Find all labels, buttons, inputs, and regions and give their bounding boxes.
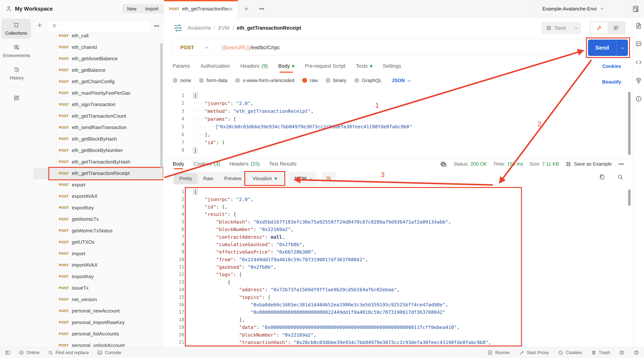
sidebar-request-importKey[interactable]: POSTimportKey bbox=[33, 271, 163, 283]
help-icon[interactable] bbox=[634, 350, 639, 356]
sidebar-request-eth_getAssetBalance[interactable]: POSTeth_getAssetBalance bbox=[33, 53, 163, 64]
sidebar-request-issueTx[interactable]: POSTissueTx bbox=[33, 282, 163, 294]
sidebar-options-icon[interactable] bbox=[154, 23, 160, 29]
tab-options-icon[interactable] bbox=[258, 5, 266, 12]
request-tab-tests[interactable]: Tests bbox=[356, 59, 372, 73]
sidebar-request-exportAVAX[interactable]: POSTexportAVAX bbox=[33, 190, 163, 202]
send-button[interactable]: Send bbox=[588, 39, 628, 56]
sidebar-item-history[interactable]: History bbox=[0, 66, 33, 81]
sidebar-request-eth_chainId[interactable]: POSTeth_chainId bbox=[33, 42, 163, 53]
sidebar-request-personal_importRawKey[interactable]: POSTpersonal_importRawKey bbox=[33, 317, 163, 328]
sidebar-request-personal_unlockAccount[interactable]: POSTpersonal_unlockAccount bbox=[33, 340, 163, 347]
environment-selector[interactable]: Example-Avalanche-Environme bbox=[542, 6, 596, 12]
console-button[interactable]: Console bbox=[97, 350, 121, 356]
sidebar-request-eth_getBlockByHash[interactable]: POSTeth_getBlockByHash bbox=[33, 133, 163, 145]
workspace-title[interactable]: My Workspace bbox=[15, 6, 53, 12]
edit-mode-button[interactable] bbox=[591, 22, 608, 33]
add-request-icon[interactable] bbox=[36, 22, 43, 28]
body-mode-raw[interactable]: raw bbox=[302, 78, 318, 83]
import-button[interactable]: Import bbox=[140, 4, 163, 13]
response-editor-scrollbar[interactable] bbox=[628, 189, 630, 206]
breadcrumb[interactable]: Avalanche/EVM/eth_getTransactionReceipt bbox=[188, 25, 301, 31]
start-proxy-button[interactable]: Start Proxy bbox=[519, 350, 549, 356]
response-tab-body[interactable]: Body bbox=[173, 159, 184, 169]
request-tab-params[interactable]: Params bbox=[173, 59, 190, 73]
response-options-icon[interactable] bbox=[618, 161, 624, 167]
response-body-editor[interactable]: 1{2"jsonrpc": "2.0",3"id": 1,4"result": … bbox=[163, 187, 633, 347]
request-tab-body[interactable]: Body bbox=[278, 59, 294, 73]
cookies-button[interactable]: Cookies bbox=[558, 350, 582, 356]
sidebar-request-getAtomicTx[interactable]: POSTgetAtomicTx bbox=[33, 213, 163, 225]
comments-icon[interactable] bbox=[635, 40, 642, 48]
sidebar-scrollbar[interactable] bbox=[160, 43, 162, 168]
add-blocks-icon[interactable] bbox=[0, 95, 33, 101]
search-icon[interactable] bbox=[617, 174, 624, 180]
request-body-editor[interactable]: 1{2····"jsonrpc": "2.0",3····"method": "… bbox=[163, 89, 633, 159]
info-icon[interactable] bbox=[635, 95, 642, 103]
sidebar-request-eth_getTransactionCount[interactable]: POSTeth_getTransactionCount bbox=[33, 110, 163, 122]
save-as-example-button[interactable]: Save as Example bbox=[566, 161, 612, 167]
copy-icon[interactable] bbox=[598, 174, 606, 180]
toggle-sidebar-icon[interactable] bbox=[5, 350, 10, 356]
add-tab-button[interactable] bbox=[243, 5, 250, 12]
sidebar-request-eth_getBlockByNumber[interactable]: POSTeth_getBlockByNumber bbox=[33, 145, 163, 156]
response-view-pretty[interactable]: Pretty bbox=[174, 173, 198, 184]
url-input[interactable]: {{baseURL}}/ext/bc/C/rpc bbox=[222, 45, 280, 50]
body-mode-none[interactable]: none bbox=[173, 78, 191, 83]
request-tab-headers[interactable]: Headers(9) bbox=[240, 59, 268, 73]
body-mode-graphql[interactable]: GraphQL bbox=[354, 78, 382, 83]
sidebar-request-eth_getTransactionReceipt[interactable]: POSTeth_getTransactionReceipt bbox=[33, 168, 163, 179]
response-tab-test-results[interactable]: Test Results bbox=[269, 159, 296, 169]
sidebar-request-eth_getBalance[interactable]: POSTeth_getBalance bbox=[33, 64, 163, 76]
find-and-replace[interactable]: Find and replace bbox=[48, 350, 89, 356]
send-options-button[interactable] bbox=[616, 39, 628, 56]
code-icon[interactable] bbox=[635, 59, 642, 66]
save-button[interactable]: Save bbox=[541, 25, 570, 31]
body-mode-binary[interactable]: binary bbox=[326, 78, 346, 83]
body-mode-form-data[interactable]: form-data bbox=[199, 78, 227, 83]
sidebar-request-export[interactable]: POSTexport bbox=[33, 179, 163, 191]
response-tab-cookies[interactable]: Cookies(3) bbox=[194, 159, 220, 169]
body-mode-x-www-form-urlencoded[interactable]: x-www-form-urlencoded bbox=[235, 78, 294, 83]
comment-mode-button[interactable] bbox=[608, 22, 624, 33]
environment-quick-look-icon[interactable] bbox=[632, 5, 640, 13]
sidebar-item-environments[interactable]: Environments bbox=[0, 44, 33, 58]
connection-status[interactable]: Online bbox=[19, 350, 40, 356]
sidebar-request-net_version[interactable]: POSTnet_version bbox=[33, 294, 163, 305]
response-view-raw[interactable]: Raw bbox=[198, 173, 218, 184]
request-editor-scrollbar[interactable] bbox=[628, 92, 630, 155]
sidebar-request-eth_call[interactable]: POSTeth_call bbox=[33, 30, 163, 42]
sidebar-request-eth_sendRawTransaction[interactable]: POSTeth_sendRawTransaction bbox=[33, 122, 163, 133]
response-view-preview[interactable]: Preview bbox=[218, 173, 247, 184]
breadcrumb-segment[interactable]: eth_getTransactionReceipt bbox=[237, 25, 301, 31]
request-tab-pre-request-script[interactable]: Pre-request Script bbox=[305, 59, 346, 73]
breadcrumb-segment[interactable]: Avalanche bbox=[188, 25, 211, 31]
sidebar-request-personal_newAccount[interactable]: POSTpersonal_newAccount bbox=[33, 305, 163, 317]
sidebar-request-eth_getChainConfig[interactable]: POSTeth_getChainConfig bbox=[33, 76, 163, 87]
response-format-select[interactable]: JSON bbox=[288, 172, 316, 185]
trash-button[interactable]: Trash bbox=[591, 350, 610, 356]
sidebar-request-getAtomicTxStatus[interactable]: POSTgetAtomicTxStatus bbox=[33, 225, 163, 237]
breadcrumb-segment[interactable]: EVM bbox=[218, 25, 230, 31]
raw-language-select[interactable]: JSON bbox=[392, 78, 410, 83]
sidebar-request-getUTXOs[interactable]: POSTgetUTXOs bbox=[33, 236, 163, 248]
sidebar-request-eth_maxPriorityFeePerGas[interactable]: POSTeth_maxPriorityFeePerGas bbox=[33, 87, 163, 99]
beautify-link[interactable]: Beautify bbox=[602, 79, 621, 85]
runner-button[interactable]: Runner bbox=[488, 350, 510, 356]
sidebar-request-import[interactable]: POSTimport bbox=[33, 248, 163, 260]
sidebar-request-exportKey[interactable]: POSTexportKey bbox=[33, 202, 163, 214]
save-options-button[interactable] bbox=[570, 22, 581, 34]
documentation-icon[interactable] bbox=[635, 22, 642, 29]
response-tab-headers[interactable]: Headers(15) bbox=[230, 159, 260, 169]
sidebar-request-eth_getTransactionByHash[interactable]: POSTeth_getTransactionByHash bbox=[33, 156, 163, 168]
new-button[interactable]: New bbox=[122, 4, 141, 13]
response-view-visualize[interactable]: Visualize bbox=[247, 173, 282, 184]
sidebar-request-importAVAX[interactable]: POSTimportAVAX bbox=[33, 259, 163, 271]
sidebar-request-personal_listAccounts[interactable]: POSTpersonal_listAccounts bbox=[33, 328, 163, 340]
wrap-lines-button[interactable] bbox=[322, 172, 336, 185]
sidebar-request-eth_signTransaction[interactable]: POSTeth_signTransaction bbox=[33, 99, 163, 110]
method-select[interactable]: POST bbox=[180, 45, 194, 50]
cookies-link[interactable]: Cookies bbox=[602, 63, 621, 69]
request-tab-authorization[interactable]: Authorization bbox=[200, 59, 230, 73]
sidebar-item-collections[interactable]: Collections bbox=[2, 19, 31, 39]
